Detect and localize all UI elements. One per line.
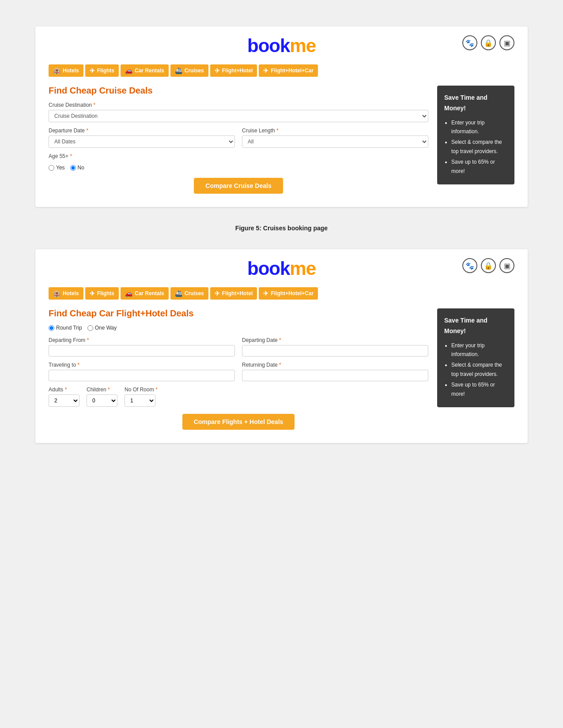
tab-fhc-label: Flight+Hotel+Car [271,68,314,74]
trav-to-group: Traveling to * [49,362,235,381]
nav-tabs-fh: 🏨 Hotels ✈ Flights 🚗 Car Rentals 🚢 Cruis… [49,287,514,300]
sidebar-fh: Save Time and Money! Enter your trip inf… [437,308,514,407]
children-select[interactable]: 0 1 2 3 [87,394,117,407]
car-icon-fh: 🚗 [125,290,132,297]
round-trip-label[interactable]: Round Trip [49,325,82,331]
tab-cruises-label: Cruises [185,68,204,74]
children-label: Children * [87,387,117,393]
tab-hotels-fh[interactable]: 🏨 Hotels [49,287,83,300]
logo-me: me [290,35,316,56]
tab-flights-fh[interactable]: ✈ Flights [85,287,119,300]
ret-date-input[interactable] [242,370,428,381]
flighthotel-card: 🐾 🔒 ▣ bookme 🏨 Hotels ✈ Flights 🚗 Car Re… [35,249,528,443]
dep-date-input[interactable] [242,345,428,356]
bookme-logo-cruises: bookme [49,35,514,56]
tab-cruises-fh[interactable]: 🚢 Cruises [170,287,208,300]
ret-date-group: Returning Date * [242,362,428,381]
icon-paw: 🐾 [462,35,477,50]
adults-select[interactable]: 2 1 3 4 [49,394,79,407]
destination-select[interactable]: Cruise Destination [49,110,428,122]
hotel-icon-fh: 🏨 [53,290,60,297]
rooms-select[interactable]: 1 2 3 [125,394,155,407]
tab-fh-cruises[interactable]: ✈ Flight+Hotel [210,64,257,77]
tab-cruises-label-fh: Cruises [185,290,204,296]
tab-cruises-cruises[interactable]: 🚢 Cruises [170,64,208,77]
tab-car-cruises[interactable]: 🚗 Car Rentals [121,64,169,77]
one-way-label[interactable]: One Way [87,325,117,331]
sidebar-list-cruises: Enter your trip information. Select & co… [444,118,507,176]
fh-form: Find Cheap Car Flight+Hotel Deals Round … [49,308,428,430]
fhc-icon-fh: ✈ [263,290,268,297]
dep-from-input[interactable] [49,345,235,356]
tab-fhc-fh[interactable]: ✈ Flight+Hotel+Car [259,287,318,300]
sidebar-fh-item-1: Enter your trip information. [451,341,507,359]
tab-fh-fh[interactable]: ✈ Flight+Hotel [210,287,257,300]
fhc-icon: ✈ [263,67,268,74]
sidebar-list-fh: Enter your trip information. Select & co… [444,341,507,398]
content-area-fh: Find Cheap Car Flight+Hotel Deals Round … [49,308,514,430]
tab-flights-label: Flights [97,68,114,74]
tab-fhc-label-fh: Flight+Hotel+Car [271,290,314,296]
tab-flights-label-fh: Flights [97,290,114,296]
compare-cruise-btn[interactable]: Compare Cruise Deals [194,178,283,194]
dep-row: Departing From * Departing Date * [49,337,428,356]
cruise-form-title: Find Cheap Cruise Deals [49,86,428,96]
dep-from-group: Departing From * [49,337,235,356]
dep-date-group: Departing Date * [242,337,428,356]
tab-car-label-fh: Car Rentals [135,290,164,296]
ret-date-label: Returning Date * [242,362,428,368]
age55-yes-label[interactable]: Yes [49,165,65,171]
tab-car-label: Car Rentals [135,68,164,74]
tab-car-fh[interactable]: 🚗 Car Rentals [121,287,169,300]
logo-book: book [247,35,290,56]
icon-grid: ▣ [499,35,514,50]
cruises-card: 🐾 🔒 ▣ bookme 🏨 Hotels ✈ Flights 🚗 Car Re… [35,26,528,207]
tab-hotels-cruises[interactable]: 🏨 Hotels [49,64,83,77]
age55-radio-group: Yes No [49,165,428,171]
trav-to-input[interactable] [49,370,235,381]
children-group: Children * 0 1 2 3 [87,387,117,407]
age55-no-radio[interactable] [70,165,76,171]
dep-date-label: Departing Date * [242,337,428,343]
cruise-length-group: Cruise Length * All [242,128,428,148]
trav-to-label: Traveling to * [49,362,235,368]
hotel-icon: 🏨 [53,67,60,74]
cruises-icon-fh: 🚢 [175,290,182,297]
tab-hotels-label: Hotels [63,68,79,74]
sidebar-cruises: Save Time and Money! Enter your trip inf… [437,86,514,184]
departure-date-group: Departure Date * All Dates [49,128,235,148]
top-icons-fh: 🐾 🔒 ▣ [462,258,514,273]
tab-fhc-cruises[interactable]: ✈ Flight+Hotel+Car [259,64,318,77]
cruises-icon: 🚢 [175,67,182,74]
age55-no-label[interactable]: No [70,165,84,171]
departure-date-select[interactable]: All Dates [49,135,235,148]
tab-hotels-label-fh: Hotels [63,290,79,296]
one-way-radio[interactable] [87,325,93,331]
icon-lock: 🔒 [481,35,496,50]
acr-row: Adults * 2 1 3 4 Children * [49,387,428,407]
flights-icon: ✈ [90,67,95,74]
adults-label: Adults * [49,387,79,393]
round-trip-radio[interactable] [49,325,54,331]
rooms-group: No Of Room * 1 2 3 [125,387,158,407]
destination-label: Cruise Destination * [49,102,428,108]
top-icons-cruises: 🐾 🔒 ▣ [462,35,514,50]
tab-flights-cruises[interactable]: ✈ Flights [85,64,119,77]
cruise-form: Find Cheap Cruise Deals Cruise Destinati… [49,86,428,194]
icon-lock-fh: 🔒 [481,258,496,273]
page-wrapper: 🐾 🔒 ▣ bookme 🏨 Hotels ✈ Flights 🚗 Car Re… [0,0,563,469]
icon-paw-fh: 🐾 [462,258,477,273]
dates-row: Departure Date * All Dates Cruise Length… [49,128,428,148]
fh-form-title: Find Cheap Car Flight+Hotel Deals [49,308,428,319]
cruise-length-select[interactable]: All [242,135,428,148]
compare-fh-btn[interactable]: Compare Flights + Hotel Deals [182,414,295,430]
figure5-caption: Figure 5: Cruises booking page [35,225,528,232]
flights-icon-fh: ✈ [90,290,95,297]
departure-date-label: Departure Date * [49,128,235,134]
age55-yes-radio[interactable] [49,165,54,171]
trip-type-group: Round Trip One Way [49,325,428,331]
cruise-length-label: Cruise Length * [242,128,428,134]
rooms-label: No Of Room * [125,387,158,393]
logo-book-fh: book [247,258,290,279]
bookme-logo-fh: bookme [49,258,514,279]
